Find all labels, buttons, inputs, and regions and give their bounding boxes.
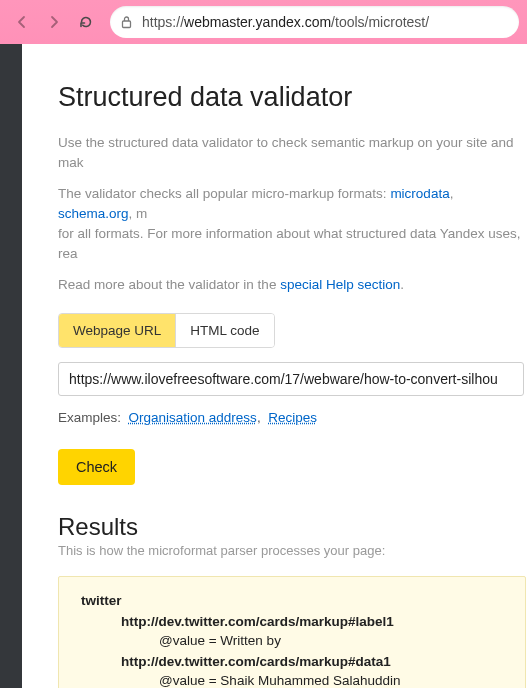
results-box: twitter http://dev.twitter.com/cards/mar… [58, 576, 526, 688]
tab-webpage-url[interactable]: Webpage URL [59, 314, 175, 347]
examples-label: Examples: [58, 410, 121, 425]
lock-icon [120, 15, 134, 29]
url-input[interactable] [58, 362, 524, 396]
reload-button[interactable] [72, 8, 100, 36]
left-sidebar [0, 44, 22, 688]
result-key: http://dev.twitter.com/cards/markup#data… [121, 654, 505, 669]
link-schema-org[interactable]: schema.org [58, 206, 129, 221]
browser-toolbar: https://webmaster.yandex.com/tools/micro… [0, 0, 527, 44]
forward-button[interactable] [40, 8, 68, 36]
svg-rect-0 [123, 21, 131, 28]
page-content: Structured data validator Use the struct… [22, 44, 527, 688]
address-url: https://webmaster.yandex.com/tools/micro… [142, 14, 429, 30]
check-button[interactable]: Check [58, 449, 135, 485]
result-key: http://dev.twitter.com/cards/markup#labe… [121, 614, 505, 629]
result-value: @value = Written by [159, 633, 505, 648]
back-button[interactable] [8, 8, 36, 36]
result-root: twitter [81, 593, 505, 608]
address-bar[interactable]: https://webmaster.yandex.com/tools/micro… [110, 6, 519, 38]
examples-row: Examples: Organisation address, Recipes [58, 410, 527, 425]
example-recipes[interactable]: Recipes [268, 410, 317, 425]
result-value: @value = Shaik Muhammed Salahuddin [159, 673, 505, 688]
intro-text-1: Use the structured data validator to che… [58, 133, 527, 174]
page-title: Structured data validator [58, 82, 527, 113]
results-subtitle: This is how the microformat parser proce… [58, 543, 527, 558]
tab-html-code[interactable]: HTML code [175, 314, 273, 347]
intro-text-3: Read more about the validator in the spe… [58, 275, 527, 295]
link-help-section[interactable]: special Help section [280, 277, 400, 292]
intro-text-2: The validator checks all popular micro-m… [58, 184, 527, 265]
link-microdata[interactable]: microdata [390, 186, 449, 201]
example-organisation-address[interactable]: Organisation address [129, 410, 257, 425]
results-title: Results [58, 513, 527, 541]
input-mode-tabs: Webpage URL HTML code [58, 313, 275, 348]
